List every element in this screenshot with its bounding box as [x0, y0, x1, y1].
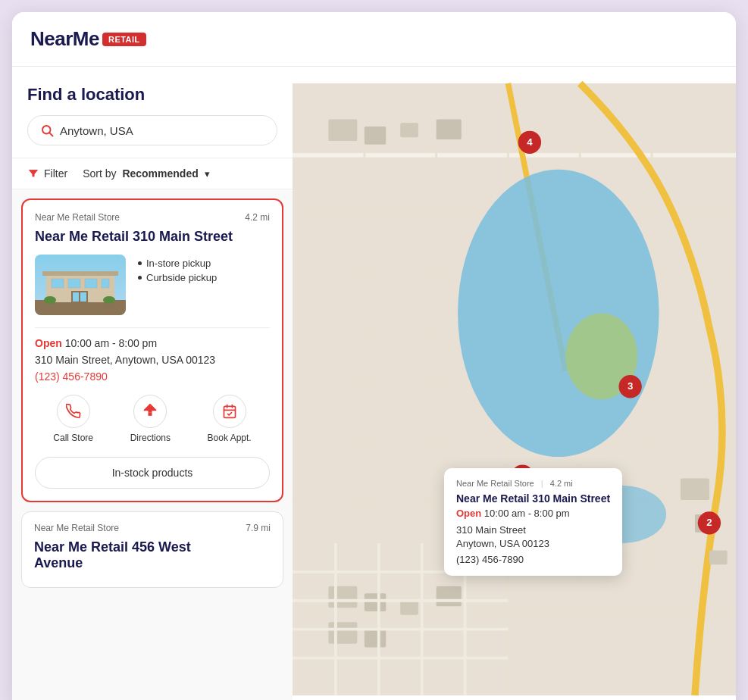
svg-point-15 [103, 296, 115, 304]
svg-point-14 [44, 296, 56, 304]
svg-point-36 [458, 170, 659, 457]
store-distance-1: 4.2 mi [245, 212, 270, 223]
store-card-1[interactable]: Near Me Retail Store 4.2 mi Near Me Reta… [21, 198, 283, 502]
svg-rect-6 [42, 271, 118, 276]
store-type-2: Near Me Retail Store [34, 523, 119, 533]
bullet-icon [138, 261, 142, 265]
svg-rect-10 [102, 279, 109, 288]
store-photo-amenities-1: In-store pickup Curbside pickup [35, 255, 270, 315]
map-pin-3[interactable]: 3 [618, 375, 641, 398]
store-photo-1 [35, 255, 126, 315]
tooltip-store-name: Near Me Retail 310 Main Street [456, 492, 610, 505]
book-appt-label: Book Appt. [208, 433, 252, 443]
tooltip-hours: Open 10:00 am - 8:00 pm [456, 508, 610, 519]
tooltip-open-label: Open [456, 508, 481, 519]
tooltip-store-type: Near Me Retail Store [456, 479, 534, 488]
call-store-button[interactable]: Call Store [47, 392, 99, 446]
calendar-icon [222, 404, 237, 419]
svg-rect-39 [328, 120, 357, 141]
svg-text:4: 4 [527, 136, 533, 148]
svg-rect-43 [328, 586, 357, 608]
tooltip-distance: 4.2 mi [550, 479, 573, 488]
search-input[interactable] [60, 124, 264, 137]
svg-rect-9 [85, 279, 97, 288]
svg-rect-42 [437, 120, 462, 140]
store-type-1: Near Me Retail Store [35, 212, 120, 223]
directions-label: Directions [130, 433, 171, 443]
open-label-1: Open [35, 337, 62, 349]
bullet-icon [138, 276, 142, 280]
svg-rect-59 [709, 550, 728, 564]
find-location-title: Find a location [27, 85, 277, 105]
sort-prefix: Sort by [83, 167, 119, 180]
chevron-down-icon: ▾ [205, 168, 210, 180]
sidebar-top: Find a location [12, 67, 293, 158]
svg-rect-16 [149, 412, 152, 415]
amenities-1: In-store pickup Curbside pickup [138, 255, 217, 283]
svg-rect-48 [365, 630, 386, 648]
map-svg: 4 3 1 2 [293, 67, 736, 700]
store-name-2: Near Me Retail 456 WestAvenue [34, 539, 271, 572]
search-icon [40, 123, 54, 137]
svg-rect-57 [681, 479, 709, 500]
store-building-svg [35, 255, 126, 315]
store-actions-1: Call Store Directions [35, 392, 270, 446]
main-content: Find a location Filte [12, 67, 736, 700]
search-input-wrapper[interactable] [27, 115, 277, 145]
sidebar: Find a location Filte [12, 67, 293, 700]
store-card-2[interactable]: Near Me Retail Store 7.9 mi Near Me Reta… [21, 511, 283, 588]
amenity-1-2: Curbside pickup [138, 272, 217, 283]
store-distance-2: 7.9 mi [246, 523, 271, 533]
in-stock-button[interactable]: In-stock products [35, 457, 270, 489]
svg-text:2: 2 [706, 517, 712, 528]
directions-icon [142, 404, 158, 419]
map-pin-2[interactable]: 2 [698, 511, 721, 534]
store-card-1-header: Near Me Retail Store 4.2 mi [35, 212, 270, 223]
store-name-1: Near Me Retail 310 Main Street [35, 229, 270, 245]
svg-rect-41 [400, 123, 418, 137]
directions-button[interactable]: Directions [124, 392, 177, 446]
filter-button[interactable]: Filter [27, 167, 67, 180]
store-list: Near Me Retail Store 4.2 mi Near Me Reta… [12, 189, 293, 700]
store-address-1: 310 Main Street, Anytown, USA 00123 [35, 354, 270, 366]
svg-rect-8 [68, 279, 80, 288]
map-area: 4 3 1 2 [293, 67, 736, 700]
store-divider-1 [35, 327, 270, 328]
svg-rect-7 [52, 279, 64, 288]
logo: NearMe RETAIL [30, 27, 146, 51]
svg-line-1 [49, 133, 52, 136]
store-card-2-header: Near Me Retail Store 7.9 mi [34, 523, 271, 533]
svg-rect-13 [80, 292, 86, 302]
logo-text: NearMe [30, 27, 99, 51]
tooltip-address: 310 Main StreetAnytown, USA 00123 [456, 523, 610, 551]
retail-badge: RETAIL [102, 33, 146, 46]
app-container: NearMe RETAIL Find a location [12, 12, 736, 700]
store-hours-1: Open 10:00 am - 8:00 pm [35, 337, 270, 349]
directions-icon-circle [133, 395, 167, 428]
amenity-1-1: In-store pickup [138, 258, 217, 269]
filter-icon [27, 167, 39, 180]
store-phone-1[interactable]: (123) 456-7890 [35, 370, 270, 383]
sort-value: Recommended [122, 167, 198, 180]
phone-icon-circle [57, 395, 90, 428]
sort-button[interactable]: Sort by Recommended ▾ [83, 167, 210, 180]
phone-icon [66, 404, 81, 419]
svg-rect-46 [437, 586, 462, 607]
svg-rect-47 [328, 622, 357, 643]
header: NearMe RETAIL [12, 12, 736, 67]
map-pin-4[interactable]: 4 [518, 131, 541, 154]
call-store-label: Call Store [53, 433, 93, 443]
svg-rect-12 [73, 292, 79, 302]
tooltip-phone: (123) 456-7890 [456, 554, 610, 565]
calendar-icon-circle [213, 395, 246, 428]
svg-text:3: 3 [628, 380, 633, 392]
tooltip-header: Near Me Retail Store | 4.2 mi [456, 479, 610, 488]
book-appt-button[interactable]: Book Appt. [202, 392, 258, 446]
filter-label: Filter [44, 167, 67, 180]
map-tooltip: Near Me Retail Store | 4.2 mi Near Me Re… [444, 468, 622, 576]
svg-rect-45 [400, 601, 418, 615]
svg-rect-17 [224, 406, 235, 417]
svg-marker-2 [29, 170, 38, 177]
svg-rect-44 [365, 593, 386, 611]
svg-rect-40 [365, 127, 386, 145]
